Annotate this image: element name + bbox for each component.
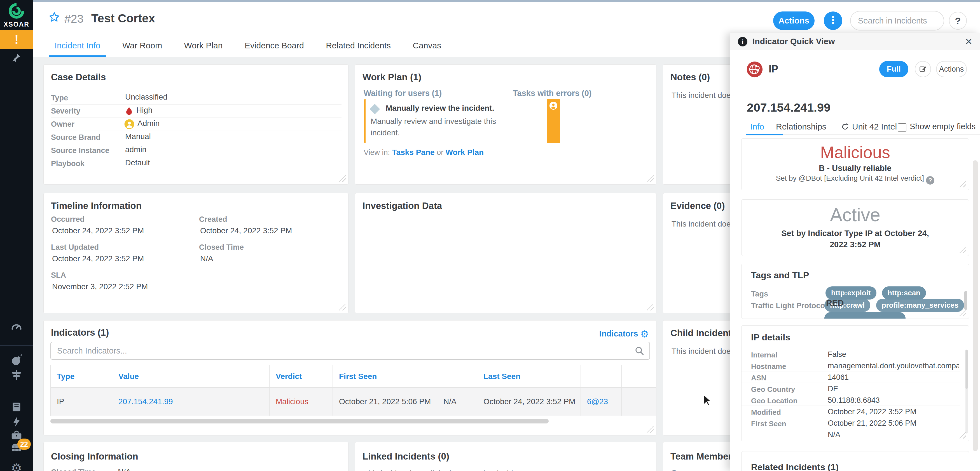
search-incidents-input[interactable] (850, 11, 944, 30)
panel-resize-handle[interactable] (647, 304, 654, 311)
automation-bolt-icon[interactable] (0, 415, 33, 429)
tab-related-incidents[interactable]: Related Incidents (320, 35, 396, 57)
playbooks-book-icon[interactable] (0, 401, 33, 414)
threat-intel-signpost-icon[interactable] (0, 369, 33, 383)
qv-tab-relationships[interactable]: Relationships (776, 122, 826, 132)
incident-number: #23 (64, 12, 83, 25)
close-icon[interactable]: ✕ (965, 36, 972, 47)
work-plan-link[interactable]: Work Plan (445, 148, 484, 157)
column-header-blank (437, 365, 477, 387)
card-title: IP details (751, 332, 790, 343)
tag-pill[interactable]: profile:many_services (876, 299, 964, 312)
quickview-scroll-thumb[interactable] (973, 160, 978, 451)
card-resize-handle[interactable] (959, 246, 966, 253)
field-row: Playbook Default (51, 157, 342, 170)
view-in-label: View in: (364, 148, 390, 157)
panel-resize-handle[interactable] (647, 426, 654, 433)
refresh-icon[interactable] (841, 122, 849, 132)
column-header-value[interactable]: Value (112, 365, 270, 387)
work-plan-panel: Work Plan (1) Waiting for users (1) Task… (355, 64, 656, 185)
detail-row: ASN 14061 (741, 371, 960, 383)
occurred-label: Occurred (51, 215, 84, 224)
created-value: October 24, 2022 3:52 PM (200, 226, 292, 235)
indicator-type-label: IP (768, 63, 778, 75)
full-view-button[interactable]: Full (879, 61, 908, 77)
panel-title: Indicators (1) (51, 327, 109, 338)
settings-gear-icon[interactable]: ⚙ (0, 461, 33, 471)
task-owner-strip (547, 99, 560, 143)
table-hscroll-thumb[interactable] (50, 419, 549, 423)
qv-tab-unit42[interactable]: Unit 42 Intel (852, 122, 897, 132)
column-header-verdict[interactable]: Verdict (270, 365, 333, 387)
pin-icon[interactable] (0, 52, 33, 64)
card-resize-handle[interactable] (959, 432, 966, 439)
search-icon[interactable] (634, 346, 644, 357)
qv-tab-info[interactable]: Info (750, 122, 764, 132)
indicators-gear-icon[interactable]: ⚙ (640, 329, 649, 339)
dashboard-gauge-icon[interactable] (0, 322, 33, 336)
alert-icon: ! (14, 32, 19, 46)
indicator-table-row[interactable]: IP 207.154.241.99 Malicious October 21, … (51, 388, 656, 415)
show-empty-fields-checkbox[interactable] (898, 123, 906, 132)
cell-type: IP (51, 388, 112, 415)
last-updated-label: Last Updated (51, 243, 99, 252)
help-icon: ? (955, 15, 961, 26)
tag-pill[interactable]: http:scan (882, 286, 926, 300)
panel-resize-handle[interactable] (339, 304, 346, 311)
linked-incidents-panel: Linked Incidents (0) This incident is no… (355, 442, 656, 471)
edit-button[interactable] (915, 61, 931, 77)
column-header-type[interactable]: Type (51, 365, 112, 387)
verdict-help-icon[interactable]: ? (926, 176, 934, 185)
closed-time-label: Closed Time (199, 243, 244, 252)
related-incident-link[interactable]: 6@23 (587, 397, 608, 406)
tab-evidence-board[interactable]: Evidence Board (239, 35, 310, 57)
kebab-menu-button[interactable]: ⋮ (824, 11, 842, 30)
edit-icon (919, 65, 927, 73)
field-row: Type Unclassified (51, 92, 342, 105)
card-vscroll-thumb[interactable] (966, 350, 968, 389)
sidebar-divider (0, 393, 33, 393)
window-top-strip (0, 0, 980, 2)
tab-incident-info[interactable]: Incident Info (49, 35, 106, 57)
closed-time-value: N/A (118, 467, 131, 471)
indicator-value-link[interactable]: 207.154.241.99 (118, 397, 173, 406)
card-resize-handle[interactable] (959, 181, 966, 187)
owner-label: Owner (671, 468, 696, 471)
tab-war-room[interactable]: War Room (117, 35, 168, 57)
help-button[interactable]: ? (949, 12, 967, 30)
card-title: Related Incidents (1) (751, 462, 838, 471)
panel-resize-handle[interactable] (647, 175, 654, 182)
column-header-last-seen[interactable]: Last Seen (477, 365, 581, 387)
task-card[interactable]: Manually review the incident. Manually r… (364, 99, 560, 143)
created-label: Created (199, 215, 227, 224)
closed-time-label: Closed Time (51, 468, 96, 471)
indicator-value: 207.154.241.99 (747, 101, 830, 114)
status-card: Active Set by Indicator Type IP at Octob… (741, 200, 969, 256)
user-icon (549, 101, 558, 110)
incidents-bomb-icon[interactable] (0, 354, 33, 368)
show-empty-fields-label: Show empty fields (910, 122, 975, 131)
tab-canvas[interactable]: Canvas (407, 35, 447, 57)
cell-last-seen: October 24, 2022 3:52 PM (477, 388, 581, 415)
page-title: Test Cortex (91, 12, 155, 25)
tag-pill[interactable]: http:exploit (826, 286, 877, 300)
tasks-pane-link[interactable]: Tasks Pane (392, 148, 435, 157)
sidebar-alert-item[interactable]: ! (0, 30, 33, 49)
panel-title: Investigation Data (363, 201, 442, 211)
marketplace-package-icon[interactable]: 22 (0, 441, 33, 455)
indicator-actions-button[interactable]: Actions (936, 61, 967, 77)
case-details-fields: Type Unclassified Severity High Owner Ad… (51, 92, 342, 170)
tab-work-plan[interactable]: Work Plan (178, 35, 228, 57)
indicators-link[interactable]: Indicators (599, 329, 638, 338)
indicators-search-input[interactable] (51, 343, 649, 359)
column-header-first-seen[interactable]: First Seen (333, 365, 437, 387)
xsoar-logo[interactable]: XSOAR (0, 3, 33, 28)
card-resize-handle[interactable] (959, 309, 966, 316)
actions-button[interactable]: Actions (773, 11, 815, 30)
star-icon[interactable] (48, 11, 60, 25)
detail-row: N/A (741, 429, 960, 440)
notes-empty-text: This incident does (671, 91, 735, 100)
panel-resize-handle[interactable] (339, 175, 346, 182)
panel-title: Case Details (51, 72, 106, 82)
column-header-blank (581, 365, 622, 387)
